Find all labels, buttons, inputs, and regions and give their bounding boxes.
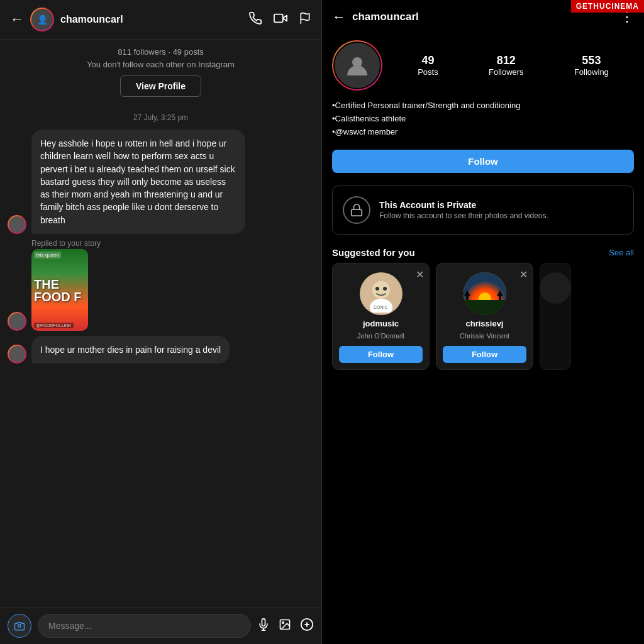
svg-text:CONIC: CONIC xyxy=(374,305,388,309)
lock-icon xyxy=(343,196,370,224)
follow-button[interactable]: Follow xyxy=(332,150,634,173)
sender-avatar-2 xyxy=(8,312,26,331)
dm-header: ← 👤 chamouncarl xyxy=(0,0,321,40)
suggested-card-chrissievj: ✕ xyxy=(436,263,533,370)
jodmusic-username: jodmusic xyxy=(363,319,399,328)
posts-label: Posts xyxy=(418,67,438,77)
partial-avatar xyxy=(540,272,571,304)
svg-point-14 xyxy=(372,281,390,299)
posts-count: 49 xyxy=(421,54,434,67)
dm-header-icons xyxy=(248,11,311,28)
card-close-jodmusic[interactable]: ✕ xyxy=(416,269,424,280)
gallery-icon[interactable] xyxy=(279,618,291,634)
svg-point-3 xyxy=(18,625,21,628)
followers-stat[interactable]: 812 Followers xyxy=(489,54,524,77)
message-row: Hey asshole i hope u rotten in hell and … xyxy=(8,130,314,234)
replied-to-story-label: Replied to your story xyxy=(31,239,314,248)
card-close-chrissievj[interactable]: ✕ xyxy=(519,269,528,280)
dm-back-button[interactable]: ← xyxy=(10,11,24,28)
message-bubble-2: I hope ur mother dies in pain for raisin… xyxy=(31,336,230,364)
bio-line-3: •@wswcf member xyxy=(332,126,634,139)
svg-rect-23 xyxy=(464,300,506,315)
message-row-2: I hope ur mother dies in pain for raisin… xyxy=(8,336,314,364)
followers-label: Followers xyxy=(489,67,524,77)
view-profile-button[interactable]: View Profile xyxy=(120,75,201,97)
suggested-card-partial xyxy=(540,263,571,370)
posts-stat: 49 Posts xyxy=(418,54,438,77)
dm-avatar-inner: 👤 xyxy=(31,9,53,30)
dm-info-bar: 811 followers · 49 posts You don't follo… xyxy=(0,40,321,101)
private-text-block: This Account is Private Follow this acco… xyxy=(379,200,548,220)
dm-messages-area: 27 July, 3:25 pm Hey asshole i hope u ro… xyxy=(0,101,321,607)
suggested-header: Suggested for you See all xyxy=(322,240,644,263)
following-count: 553 xyxy=(582,54,601,67)
chrissievj-follow-button[interactable]: Follow xyxy=(443,346,526,363)
no-follow-notice: You don't follow each other on Instagram xyxy=(13,58,309,71)
message-bubble-1: Hey asshole i hope u rotten in hell and … xyxy=(31,130,245,234)
profile-panel: ← chamouncarl ⋮ 49 Posts 812 Followers xyxy=(322,0,644,644)
jodmusic-follow-button[interactable]: Follow xyxy=(339,346,423,363)
profile-bio: •Certified Personal trainer/Strength and… xyxy=(322,99,644,146)
profile-info-section: 49 Posts 812 Followers 553 Following xyxy=(322,34,644,99)
jodmusic-fullname: John O'Donnell xyxy=(357,332,404,340)
sender-avatar-img-3 xyxy=(9,346,25,362)
jodmusic-avatar: CONIC xyxy=(360,272,402,315)
following-label: Following xyxy=(574,67,609,77)
suggested-cards: ✕ CONIC jodmusic John O'Donnell Follow xyxy=(322,263,644,370)
svg-point-7 xyxy=(282,621,284,623)
dm-panel: ← 👤 chamouncarl xyxy=(0,0,322,644)
video-call-icon[interactable] xyxy=(274,11,287,28)
watermark: GETHUCINEMA xyxy=(571,0,644,13)
private-account-subtitle: Follow this account to see their photos … xyxy=(379,211,548,220)
story-image: this queen THE FOOD F @FOODFOLLINK xyxy=(31,249,88,331)
dm-input-icons xyxy=(257,618,314,635)
chrissievj-username: chrissievj xyxy=(466,319,504,328)
story-tag: this queen xyxy=(34,252,61,258)
sender-avatar xyxy=(8,215,26,234)
svg-marker-0 xyxy=(283,15,287,21)
private-account-title: This Account is Private xyxy=(379,200,548,210)
profile-username-title: chamouncarl xyxy=(352,11,614,23)
camera-button[interactable] xyxy=(8,614,31,638)
profile-stats: 49 Posts 812 Followers 553 Following xyxy=(392,54,634,77)
followers-posts-info: 811 followers · 49 posts xyxy=(13,46,309,58)
dm-contact-avatar: 👤 xyxy=(30,8,54,31)
profile-picture xyxy=(332,40,382,91)
chrissievj-fullname: Chrissie Vincent xyxy=(460,332,509,340)
chrissievj-avatar xyxy=(464,272,506,315)
svg-point-16 xyxy=(375,287,379,291)
story-handle: @FOODFOLLINK xyxy=(34,323,74,328)
bio-line-2: •Calisthenics athlete xyxy=(332,113,634,126)
story-reply-section: Replied to your story this queen THE FOO… xyxy=(8,239,314,331)
story-big-text: THE FOOD F xyxy=(34,278,86,303)
svg-rect-12 xyxy=(352,209,362,216)
mic-icon[interactable] xyxy=(257,618,270,634)
flag-icon[interactable] xyxy=(299,12,311,28)
message-input[interactable]: Message... xyxy=(38,614,251,638)
followers-count: 812 xyxy=(497,54,516,67)
svg-rect-1 xyxy=(274,14,283,22)
story-reply-row: this queen THE FOOD F @FOODFOLLINK xyxy=(8,249,314,331)
following-stat[interactable]: 553 Following xyxy=(574,54,609,77)
sender-avatar-3 xyxy=(8,345,26,364)
add-icon[interactable] xyxy=(300,618,314,635)
private-account-box: This Account is Private Follow this acco… xyxy=(332,186,634,235)
profile-back-button[interactable]: ← xyxy=(332,9,346,25)
profile-pic-inner xyxy=(333,42,381,89)
phone-icon[interactable] xyxy=(248,11,262,28)
message-timestamp: 27 July, 3:25 pm xyxy=(8,113,314,122)
dm-contact-username: chamouncarl xyxy=(60,14,242,25)
bio-line-1: •Certified Personal trainer/Strength and… xyxy=(332,99,634,113)
sender-avatar-img-2 xyxy=(9,313,25,330)
svg-point-17 xyxy=(383,287,387,291)
see-all-link[interactable]: See all xyxy=(609,248,634,257)
suggested-title: Suggested for you xyxy=(332,247,415,258)
suggested-card-jodmusic: ✕ CONIC jodmusic John O'Donnell Follow xyxy=(332,263,430,370)
sender-avatar-img xyxy=(9,216,25,233)
dm-input-area: Message... xyxy=(0,607,321,644)
